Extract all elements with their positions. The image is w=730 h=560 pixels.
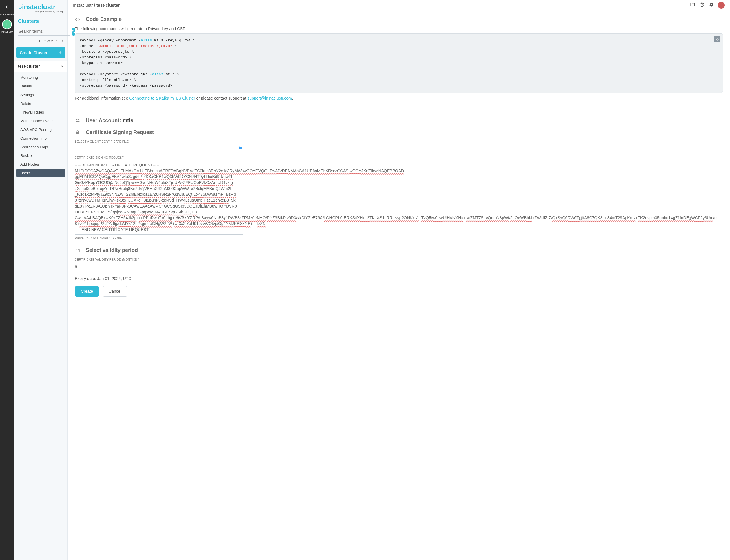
search-input[interactable] xyxy=(18,27,70,36)
copy-button[interactable] xyxy=(714,36,720,42)
lock-icon xyxy=(75,130,80,135)
code-block: keytool -genkey -noprompt -alias mtls -k… xyxy=(75,33,723,93)
sidebar-item-application-logs[interactable]: Application Logs xyxy=(16,143,65,151)
sidebar-item-settings[interactable]: Settings xyxy=(16,91,65,99)
file-picker[interactable] xyxy=(75,144,243,153)
user-account-title: User Account: mtls xyxy=(86,118,133,124)
svg-rect-7 xyxy=(76,132,79,134)
clusters-heading: Clusters xyxy=(14,14,67,27)
sidebar: ○instaclustr Now part of Spot by NetApp … xyxy=(14,0,68,560)
svg-rect-8 xyxy=(76,249,79,252)
csr-area-label: CERTIFICATE SIGNING REQUEST * xyxy=(75,153,243,160)
sidebar-item-delete[interactable]: Delete xyxy=(16,99,65,108)
svg-rect-4 xyxy=(717,39,718,40)
accounts-bar: ACCOUNTS I Instaclustr xyxy=(0,0,14,560)
account-name: Instaclustr xyxy=(1,30,13,33)
cluster-expand-row[interactable]: test-cluster xyxy=(14,61,67,72)
code-example-title: Code Example xyxy=(86,16,122,22)
info-line: For additional information see Connectin… xyxy=(75,93,723,103)
csr-title: Certificate Signing Request xyxy=(86,129,154,136)
sidebar-item-users[interactable]: Users xyxy=(16,169,65,177)
folder-upload-icon xyxy=(238,146,243,151)
sidebar-item-maintenance-events[interactable]: Maintenance Events xyxy=(16,117,65,125)
accounts-label: ACCOUNTS xyxy=(0,13,14,16)
sidebar-item-details[interactable]: Details xyxy=(16,82,65,90)
gear-icon[interactable] xyxy=(709,2,714,8)
svg-point-5 xyxy=(76,119,78,120)
sidebar-item-connection-info[interactable]: Connection Info xyxy=(16,134,65,142)
cancel-button[interactable]: Cancel xyxy=(103,286,127,297)
sidebar-item-monitoring[interactable]: Monitoring xyxy=(16,73,65,82)
sidebar-item-add-nodes[interactable]: Add Nodes xyxy=(16,160,65,169)
validity-title: Select validity period xyxy=(86,247,138,253)
account-avatar[interactable]: I xyxy=(2,19,12,29)
pager-prev[interactable] xyxy=(55,39,59,44)
sidebar-item-resize[interactable]: Resize xyxy=(16,151,65,160)
code-example-panel: Code Example The following commands will… xyxy=(75,13,723,107)
file-field-label: SELECT A CLIENT CERTIFICATE FILE xyxy=(75,137,243,144)
validity-input[interactable] xyxy=(75,262,243,271)
users-icon xyxy=(75,118,80,123)
folder-icon[interactable] xyxy=(690,2,695,8)
breadcrumb: Instaclustr / test-cluster xyxy=(73,3,686,8)
code-example-desc: The following commands will generate a P… xyxy=(75,24,723,33)
svg-point-6 xyxy=(78,119,79,120)
expiry-text: Expiry date: Jan 01, 2024, UTC xyxy=(75,271,243,284)
pager-next[interactable] xyxy=(61,39,65,44)
help-icon[interactable] xyxy=(699,2,705,8)
topbar: Instaclustr / test-cluster xyxy=(68,0,730,10)
sidebar-item-aws-vpc-peering[interactable]: AWS VPC Peering xyxy=(16,125,65,134)
sidebar-item-firewall-rules[interactable]: Firewall Rules xyxy=(16,108,65,116)
create-button[interactable]: Create xyxy=(75,286,99,297)
validity-label: CERTIFICATE VALIDITY PERIOD (MONTHS) * xyxy=(75,255,243,262)
calendar-icon xyxy=(75,248,80,253)
chevron-up-icon xyxy=(60,65,63,68)
create-cluster-button[interactable]: Create Cluster+ xyxy=(16,47,65,58)
csr-help: Paste CSR or Upload CSR file xyxy=(75,235,243,242)
link-kafka-mtls[interactable]: Connecting to a Kafka mTLS Cluster xyxy=(129,96,195,100)
back-button[interactable] xyxy=(2,2,12,12)
code-icon xyxy=(75,17,80,22)
user-avatar[interactable] xyxy=(718,2,725,9)
pager: 1 – 2 of 2 xyxy=(14,37,67,47)
link-support-email[interactable]: support@instaclustr.com xyxy=(247,96,292,100)
csr-textarea[interactable]: -----BEGIN NEW CERTIFICATE REQUEST-----M… xyxy=(75,160,243,235)
logo: ○instaclustr Now part of Spot by NetApp xyxy=(14,0,67,14)
